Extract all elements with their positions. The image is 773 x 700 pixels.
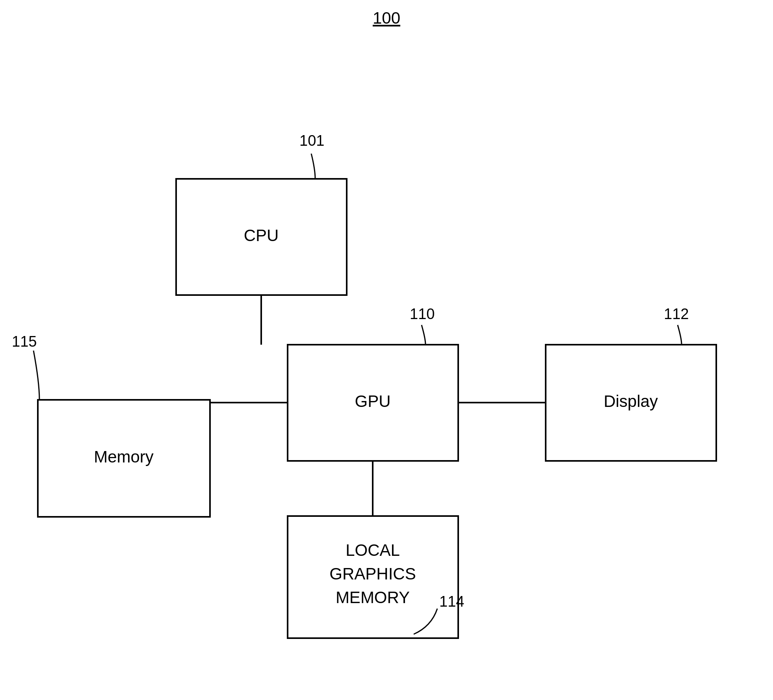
- diagram-container: 100 CPU 101 GPU 110 Memory 115 Displ: [0, 0, 773, 700]
- memory-label: Memory: [94, 447, 154, 466]
- display-ref: 112: [664, 306, 689, 322]
- lgm-label-line1: LOCAL: [346, 541, 400, 559]
- lgm-label-line3: MEMORY: [336, 588, 410, 607]
- display-label: Display: [604, 392, 658, 410]
- memory-ref-line: [33, 351, 39, 400]
- memory-ref: 115: [12, 333, 37, 350]
- cpu-label: CPU: [244, 226, 279, 245]
- lgm-label-line2: GRAPHICS: [329, 564, 416, 583]
- lgm-ref: 114: [439, 593, 464, 610]
- cpu-ref: 101: [299, 132, 324, 149]
- display-ref-line: [678, 325, 682, 345]
- gpu-ref: 110: [410, 306, 435, 322]
- gpu-ref-line: [422, 325, 426, 345]
- diagram-title: 100: [373, 9, 400, 27]
- gpu-label: GPU: [355, 392, 390, 410]
- cpu-ref-line: [311, 154, 315, 179]
